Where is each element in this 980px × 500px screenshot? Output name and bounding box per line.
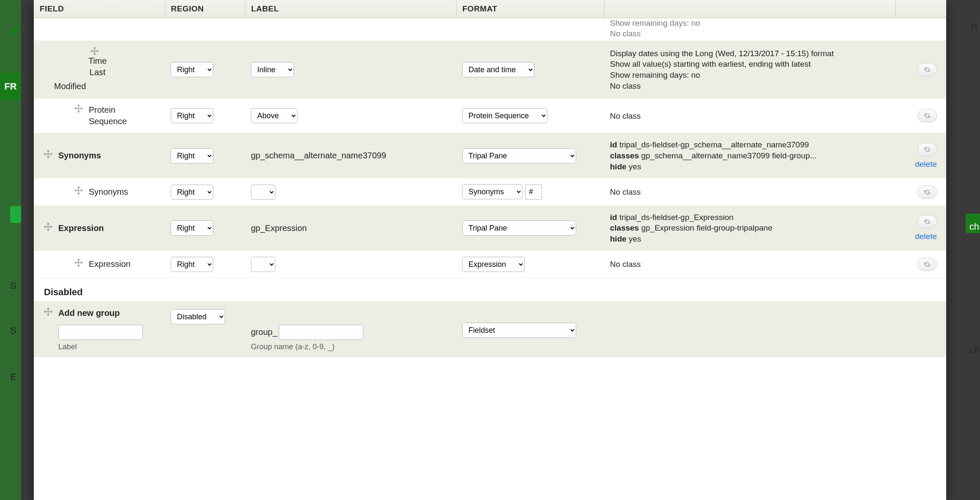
group-name-prefix: group_ bbox=[251, 327, 277, 337]
select-synonyms[interactable]: Synonyms bbox=[462, 184, 523, 199]
format-summary: No class bbox=[610, 111, 890, 122]
table-header-row: FIELD REGION LABEL FORMAT bbox=[34, 0, 946, 18]
format-summary: No class bbox=[610, 259, 890, 270]
select-fieldset[interactable]: Fieldset bbox=[462, 323, 576, 338]
format-extra-input[interactable] bbox=[525, 185, 542, 200]
select-inline[interactable]: Inline bbox=[251, 62, 294, 77]
col-label[interactable]: LABEL bbox=[245, 0, 456, 18]
bg-label-s2: S bbox=[10, 325, 16, 336]
delete-link[interactable]: delete bbox=[915, 160, 937, 169]
table-row: Synonyms Right gp_schema__alternate_name… bbox=[34, 133, 946, 178]
select-above[interactable]: Above bbox=[251, 108, 297, 123]
bg-label-s1: S bbox=[10, 280, 16, 291]
table-row: TimeLastModified Right Inline Date and t… bbox=[34, 41, 946, 98]
table-row: Expression Right gp_Expression Tripal Pa… bbox=[34, 206, 946, 250]
format-summary: id tripal_ds-fieldset-gp_Expressionclass… bbox=[610, 212, 890, 245]
bg-label-ch2: ch bbox=[969, 345, 979, 356]
new-group-name-sub: Group name (a-z, 0-9, _) bbox=[251, 342, 450, 351]
field-name: ProteinSequence bbox=[89, 104, 127, 127]
format-summary: id tripal_ds-fieldset-gp_schema__alterna… bbox=[610, 139, 890, 172]
settings-button[interactable] bbox=[917, 185, 937, 199]
drag-handle-icon[interactable] bbox=[44, 223, 52, 231]
select-right[interactable]: Right bbox=[171, 220, 213, 236]
table-row: Synonyms Right Synonyms No class bbox=[34, 178, 946, 206]
group-machine-name: gp_schema__alternate_name37099 bbox=[251, 151, 386, 160]
settings-button[interactable] bbox=[917, 258, 937, 271]
section-disabled-header: Disabled bbox=[34, 278, 946, 301]
format-summary: No class bbox=[610, 187, 890, 198]
new-group-name-input[interactable] bbox=[279, 325, 363, 340]
table-row: ProteinSequence Right Above Protein Sequ… bbox=[34, 98, 946, 133]
delete-link[interactable]: delete bbox=[915, 232, 937, 241]
new-group-label-sub: Label bbox=[58, 342, 159, 351]
bg-label-h: H bbox=[971, 21, 977, 32]
drag-handle-icon[interactable] bbox=[74, 104, 83, 113]
select--hidden-[interactable] bbox=[251, 185, 275, 200]
col-desc bbox=[604, 0, 896, 18]
drag-handle-icon[interactable] bbox=[74, 258, 83, 267]
select-tripal-pane[interactable]: Tripal Pane bbox=[462, 148, 576, 163]
add-new-group-row: Add new group Label Disabled group_ Grou… bbox=[34, 301, 946, 357]
drag-handle-icon[interactable] bbox=[44, 307, 52, 316]
manage-display-panel: FIELD REGION LABEL FORMAT Show remaining… bbox=[34, 0, 946, 500]
new-group-label-input[interactable] bbox=[58, 325, 143, 340]
settings-button[interactable] bbox=[917, 215, 937, 228]
select-right[interactable]: Right bbox=[171, 257, 213, 272]
format-summary: Display dates using the Long (Wed, 12/13… bbox=[610, 48, 890, 92]
table-row: Expression Right Expression No class bbox=[34, 250, 946, 278]
group-machine-name: gp_Expression bbox=[251, 223, 307, 233]
select-right[interactable]: Right bbox=[171, 148, 213, 163]
fields-table: FIELD REGION LABEL FORMAT Show remaining… bbox=[34, 0, 946, 357]
bg-label-e: E bbox=[10, 372, 16, 383]
col-ops bbox=[896, 0, 946, 18]
field-name: Synonyms bbox=[89, 186, 128, 198]
select-date-and-time[interactable]: Date and time bbox=[462, 62, 534, 77]
add-group-title: Add new group bbox=[58, 307, 120, 319]
col-format[interactable]: FORMAT bbox=[456, 0, 604, 18]
select-right[interactable]: Right bbox=[171, 62, 213, 77]
select-right[interactable]: Right bbox=[171, 185, 213, 200]
left-green-button[interactable] bbox=[10, 206, 21, 223]
drag-handle-icon[interactable] bbox=[90, 47, 99, 55]
bg-label-ch: ch bbox=[969, 221, 979, 232]
settings-button[interactable] bbox=[917, 109, 937, 122]
col-field[interactable]: FIELD bbox=[34, 0, 165, 18]
drag-handle-icon[interactable] bbox=[74, 186, 83, 195]
left-band-fr: FR bbox=[0, 73, 21, 101]
field-name: Synonyms bbox=[58, 150, 101, 161]
select-tripal-pane[interactable]: Tripal Pane bbox=[462, 220, 576, 236]
truncated-prev-row: Show remaining days: noNo class bbox=[34, 18, 946, 41]
leaf-icon bbox=[8, 24, 21, 37]
select-expression[interactable]: Expression bbox=[462, 257, 525, 272]
drag-handle-icon[interactable] bbox=[44, 150, 52, 158]
select-right[interactable]: Right bbox=[171, 108, 213, 123]
select--hidden-[interactable] bbox=[251, 257, 275, 272]
settings-button[interactable] bbox=[917, 63, 937, 76]
select-protein-sequence[interactable]: Protein Sequence bbox=[462, 108, 547, 123]
field-name: Modified bbox=[54, 81, 86, 92]
select-disabled[interactable]: Disabled bbox=[171, 309, 225, 324]
field-name: Expression bbox=[58, 223, 104, 234]
field-name: Expression bbox=[89, 258, 131, 270]
col-region[interactable]: REGION bbox=[165, 0, 245, 18]
settings-button[interactable] bbox=[917, 143, 937, 156]
